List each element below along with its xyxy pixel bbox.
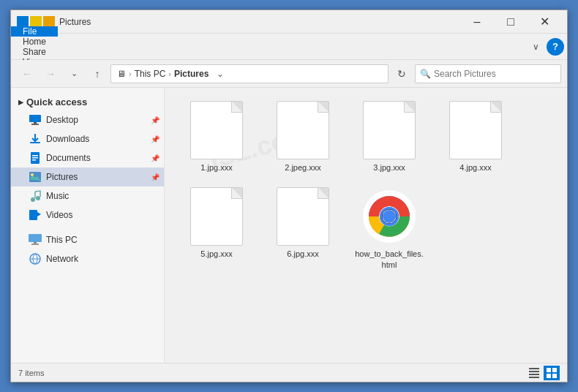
minimize-button[interactable]: – [460,10,494,34]
search-box[interactable]: 🔍 [415,64,561,83]
up-button[interactable]: ↑ [87,64,108,84]
svg-rect-14 [34,242,37,244]
menu-bar: FileHomeShareView ∨ ? [11,34,567,60]
sidebar-item-videos[interactable]: Videos [11,206,164,225]
file-item-file2[interactable]: 2.jpeg.xxx [263,97,343,177]
quick-access-header[interactable]: ▸ Quick access [11,94,164,110]
documents-pin-icon: 📌 [151,154,159,162]
file-label-file2: 2.jpeg.xxx [285,162,321,173]
downloads-pin-icon: 📌 [151,135,159,143]
file-label-file3: 3.jpg.xxx [373,162,405,173]
file-icon-file7 [360,187,419,246]
downloads-label: Downloads [46,134,89,144]
videos-label: Videos [46,210,72,220]
close-button[interactable]: ✕ [528,10,561,34]
documents-label: Documents [46,153,91,163]
file-item-file1[interactable]: 1.jpg.xxx [176,97,257,177]
music-label: Music [46,191,69,201]
refresh-button[interactable]: ↻ [391,64,412,84]
svg-point-9 [31,173,34,176]
file-label-file7: how_to_back_files.html [353,249,425,270]
svg-rect-2 [31,124,39,125]
file-icon-file4 [446,101,505,159]
title-bar: Pictures – □ ✕ [11,10,567,34]
sidebar: ▸ Quick access Desktop 📌 Downloads 📌 [11,88,165,363]
file-icon-file2 [274,101,332,159]
svg-rect-25 [529,368,539,369]
svg-rect-13 [29,234,42,242]
main-area: ▸ Quick access Desktop 📌 Downloads 📌 [11,88,567,363]
documents-icon [29,152,42,164]
path-dropdown-arrow[interactable]: ⌄ [211,65,229,83]
file-icon-file3 [360,101,419,159]
desktop-label: Desktop [46,115,78,125]
svg-rect-31 [547,374,551,378]
sidebar-item-desktop[interactable]: Desktop 📌 [11,110,164,129]
path-computer-icon: 🖥 [117,69,126,79]
file-label-file5: 5.jpg.xxx [200,249,232,259]
tile-view-button[interactable] [544,366,560,380]
explorer-window: Pictures – □ ✕ FileHomeShareView ∨ ? ← →… [10,10,568,382]
file-item-file4[interactable]: 4.jpg.xxx [435,97,516,177]
sidebar-item-downloads[interactable]: Downloads 📌 [11,129,164,148]
sidebar-item-pictures[interactable]: Pictures 📌 [11,167,164,186]
svg-rect-15 [31,244,39,245]
menu-tab-home[interactable]: Home [11,37,58,47]
sidebar-item-music[interactable]: Music [11,186,164,206]
sidebar-item-network[interactable]: Network [11,249,164,268]
path-separator-1: › [129,69,132,78]
status-bar: 7 items [11,363,567,382]
svg-point-24 [383,210,396,223]
file-item-file7[interactable]: how_to_back_files.html [349,183,429,274]
view-controls [526,366,560,380]
network-label: Network [46,254,78,264]
file-item-file5[interactable]: 5.jpg.xxx [176,183,257,274]
svg-rect-0 [29,115,41,122]
file-label-file6: 6.jpg.xxx [287,249,318,259]
search-input[interactable] [434,69,556,79]
address-path-box[interactable]: 🖥 › This PC › Pictures ⌄ [110,64,389,83]
svg-point-10 [31,197,35,202]
thispc-label: This PC [46,235,78,245]
svg-point-11 [36,196,40,200]
desktop-icon [29,114,42,126]
file-icon-file6 [274,187,332,246]
forward-button[interactable]: → [40,64,61,84]
menu-expand-chevron[interactable]: ∨ [528,39,544,55]
svg-rect-32 [552,374,557,378]
svg-rect-28 [529,377,539,378]
menu-tab-file[interactable]: File [11,26,58,37]
dropdown-nav-button[interactable]: ⌄ [64,64,84,84]
pictures-icon [29,171,42,183]
path-pictures[interactable]: Pictures [174,69,209,79]
menu-bar-right: ∨ ? [528,38,567,56]
search-icon: 🔍 [420,69,431,79]
back-button[interactable]: ← [17,64,37,84]
item-count: 7 items [18,369,44,377]
pictures-label: Pictures [46,172,78,182]
network-icon [29,253,42,265]
videos-icon [29,209,42,221]
list-view-button[interactable] [526,366,542,380]
svg-rect-1 [34,122,37,124]
file-item-file3[interactable]: 3.jpg.xxx [349,97,429,177]
music-icon [29,190,42,202]
help-button[interactable]: ? [547,38,564,56]
downloads-icon [29,133,42,145]
file-item-file6[interactable]: 6.jpg.xxx [263,183,343,274]
menu-tab-share[interactable]: Share [11,47,58,57]
svg-rect-5 [32,155,38,157]
svg-rect-8 [29,172,41,182]
sidebar-item-thispc[interactable]: This PC [11,230,164,249]
svg-rect-3 [30,142,40,143]
svg-rect-27 [529,374,539,375]
file-icon-file5 [187,187,246,246]
path-separator-2: › [168,69,171,78]
sidebar-item-documents[interactable]: Documents 📌 [11,148,164,167]
svg-rect-12 [29,210,37,220]
thispc-icon [29,234,42,246]
window-title: Pictures [59,17,460,27]
maximize-button[interactable]: □ [494,10,528,34]
path-thispc[interactable]: This PC [135,69,166,79]
address-bar: ← → ⌄ ↑ 🖥 › This PC › Pictures ⌄ ↻ 🔍 [11,60,567,88]
